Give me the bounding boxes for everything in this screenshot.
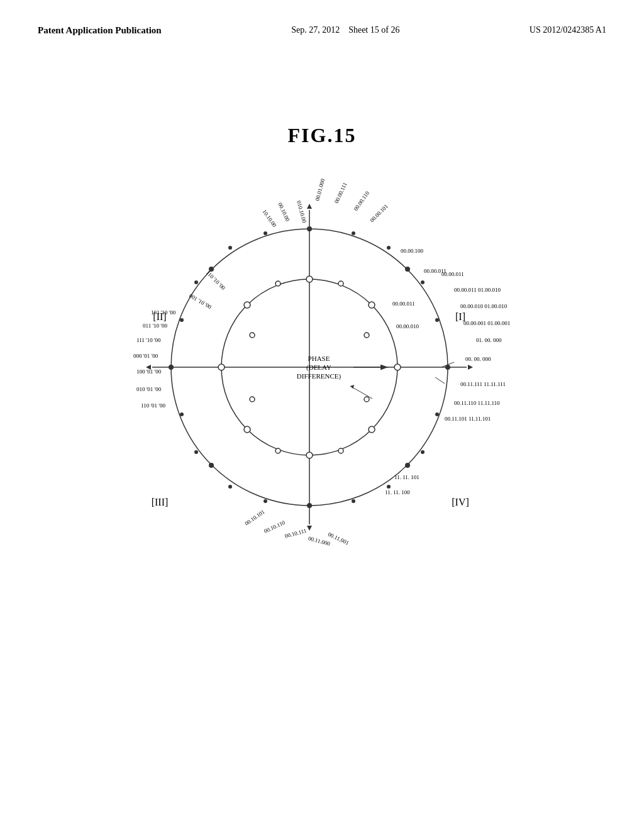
svg-text:000 '01 '00: 000 '01 '00	[133, 353, 158, 359]
svg-point-36	[180, 318, 184, 322]
svg-text:00.11.111  11.11.111: 00.11.111 11.11.111	[460, 381, 506, 387]
svg-point-16	[405, 267, 410, 272]
svg-text:00.00.110: 00.00.110	[352, 190, 370, 212]
svg-point-21	[369, 426, 375, 433]
svg-point-29	[421, 450, 425, 454]
svg-text:00.00.010  01.00.010: 00.00.010 01.00.010	[460, 303, 508, 309]
svg-point-25	[387, 246, 391, 250]
svg-point-11	[169, 365, 174, 370]
svg-point-13	[394, 364, 401, 370]
sheet-label: Sheet 15 of 26	[348, 25, 399, 35]
quadrant-III: [III]	[152, 497, 169, 507]
svg-text:01. 00. 000: 01. 00. 000	[476, 337, 502, 343]
svg-marker-7	[307, 526, 312, 531]
diagram-container: PHASE (DELAY DIFFERENCE) [II] [I] [III] …	[102, 172, 542, 562]
header-center: Sep. 27, 2012 Sheet 15 of 26	[291, 25, 399, 35]
svg-point-17	[405, 463, 410, 468]
svg-text:00.00.010: 00.00.010	[396, 323, 419, 329]
svg-point-23	[244, 302, 250, 308]
svg-point-28	[435, 412, 439, 416]
publication-label: Patent Application Publication	[38, 25, 162, 36]
svg-point-37	[194, 280, 198, 284]
svg-text:001 '10 '00: 001 '10 '00	[188, 292, 213, 311]
svg-point-10	[307, 503, 312, 508]
svg-point-34	[194, 450, 198, 454]
svg-text:00.00.100: 00.00.100	[401, 248, 424, 254]
svg-point-33	[228, 485, 232, 489]
svg-point-45	[250, 397, 255, 402]
svg-text:00.10.111: 00.10.111	[284, 528, 308, 540]
svg-text:00. 00. 000: 00. 00. 000	[465, 356, 491, 362]
svg-point-47	[275, 281, 280, 286]
svg-text:00.11.001: 00.11.001	[327, 531, 350, 546]
svg-text:00.00.111: 00.00.111	[333, 182, 348, 204]
date-label: Sep. 27, 2012	[291, 25, 340, 35]
svg-text:00.00.001  01.00.001: 00.00.001 01.00.001	[464, 320, 510, 326]
svg-line-50	[350, 386, 372, 399]
svg-point-24	[352, 231, 355, 235]
svg-point-20	[369, 302, 375, 308]
svg-marker-6	[307, 204, 312, 209]
svg-text:110 '10 '00: 110 '10 '00	[205, 269, 227, 291]
svg-point-15	[218, 364, 225, 370]
svg-text:101 '10 '00: 101 '10 '00	[151, 309, 176, 316]
svg-point-42	[364, 397, 369, 402]
svg-point-39	[264, 231, 267, 235]
svg-point-35	[180, 412, 184, 416]
svg-point-44	[275, 448, 280, 453]
page-header: Patent Application Publication Sep. 27, …	[0, 0, 644, 36]
svg-marker-51	[350, 384, 355, 389]
svg-text:010.10.00: 010.10.00	[296, 200, 308, 224]
svg-point-38	[228, 246, 232, 250]
svg-text:00.00.011  01.00.010: 00.00.011 01.00.010	[454, 287, 501, 293]
svg-point-27	[435, 318, 439, 322]
svg-text:00.00.101: 00.00.101	[369, 203, 389, 224]
svg-text:110 '01 '00: 110 '01 '00	[141, 402, 165, 409]
svg-marker-4	[468, 365, 473, 370]
svg-text:10.10.00: 10.10.00	[261, 208, 278, 228]
svg-text:00.01.000: 00.01.000	[314, 178, 326, 202]
svg-point-26	[421, 280, 425, 284]
svg-text:(DELAY: (DELAY	[306, 363, 331, 372]
svg-point-14	[306, 452, 313, 458]
svg-point-18	[209, 463, 214, 468]
svg-text:00.10.00: 00.10.00	[277, 202, 291, 223]
svg-point-41	[364, 333, 369, 338]
svg-text:DIFFERENCE): DIFFERENCE)	[297, 372, 341, 380]
svg-point-30	[387, 485, 391, 489]
svg-text:100 '01 '00: 100 '01 '00	[136, 368, 162, 375]
svg-text:111 '10 '00: 111 '10 '00	[136, 337, 161, 343]
diagram-svg: PHASE (DELAY DIFFERENCE) [II] [I] [III] …	[102, 172, 542, 562]
figure-title: FIG.15	[0, 124, 644, 147]
svg-point-22	[244, 426, 250, 433]
svg-line-79	[435, 377, 445, 384]
svg-text:00.11.110  11.11.110: 00.11.110 11.11.110	[454, 400, 500, 406]
phase-label-line1: PHASE	[308, 355, 330, 362]
svg-text:00.00.011: 00.00.011	[392, 301, 415, 307]
svg-text:11. 11. 100: 11. 11. 100	[385, 489, 410, 495]
svg-text:010 '01 '00: 010 '01 '00	[136, 386, 162, 392]
svg-point-12	[306, 276, 313, 282]
svg-text:00.10.101: 00.10.101	[243, 509, 265, 527]
svg-point-46	[250, 333, 255, 338]
svg-point-43	[338, 448, 343, 453]
svg-point-8	[307, 226, 312, 231]
svg-text:00.10.110: 00.10.110	[263, 519, 286, 534]
svg-text:00.11.101  11.11.101: 00.11.101 11.11.101	[445, 416, 491, 422]
svg-text:011 '10 '00: 011 '10 '00	[143, 323, 167, 329]
svg-point-31	[352, 499, 355, 503]
svg-text:11. 11. 101: 11. 11. 101	[394, 474, 419, 480]
quadrant-IV: [IV]	[452, 497, 469, 507]
svg-text:00.00.011: 00.00.011	[424, 268, 447, 274]
patent-number: US 2012/0242385 A1	[530, 25, 606, 35]
svg-point-40	[338, 281, 343, 286]
svg-point-32	[264, 499, 267, 503]
